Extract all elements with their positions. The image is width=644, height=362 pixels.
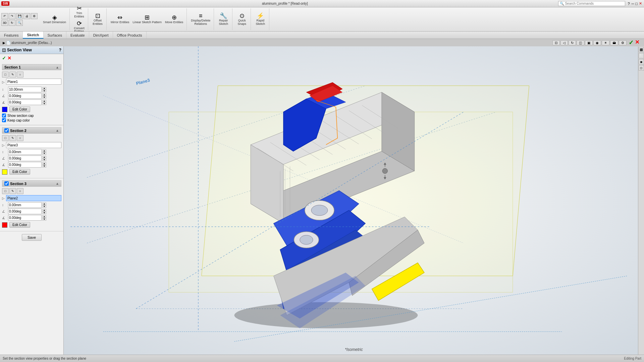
- section-2-box-btn[interactable]: □: [2, 135, 9, 141]
- section-2-pencil-btn[interactable]: ✎: [9, 135, 16, 141]
- section-2-color-swatch[interactable]: [2, 169, 7, 175]
- section-1-dist-down[interactable]: ▼: [42, 90, 46, 92]
- section-3-angle2-input[interactable]: [8, 215, 42, 221]
- 3d-btn[interactable]: 3D: [1, 20, 8, 26]
- move-entities-btn[interactable]: ⊕ Move Entities: [164, 14, 184, 25]
- rotate-view-btn[interactable]: ↻: [569, 40, 576, 45]
- appearance-btn[interactable]: ◉: [593, 40, 601, 45]
- section-2-enabled[interactable]: [4, 128, 9, 133]
- quick-snaps-btn[interactable]: ⊙ QuickSnaps: [235, 12, 249, 27]
- section-3-dist-up[interactable]: ▲: [42, 202, 46, 205]
- section-1-angle1-up[interactable]: ▲: [42, 93, 46, 96]
- show-section-cap-checkbox[interactable]: [2, 114, 6, 118]
- tab-features[interactable]: Features: [0, 32, 23, 39]
- main-canvas[interactable]: Plane3 *Isometric: [64, 46, 644, 355]
- minimize-icon[interactable]: ─: [632, 2, 634, 6]
- section-3-angle2-down[interactable]: ▼: [42, 218, 46, 221]
- redo-btn[interactable]: ↷: [9, 13, 15, 19]
- section-3-angle2-up[interactable]: ▲: [42, 215, 46, 218]
- tab-surfaces[interactable]: Surfaces: [44, 32, 66, 39]
- section-3-angle1-input[interactable]: [8, 209, 42, 214]
- section-1-angle2-up[interactable]: ▲: [42, 100, 46, 102]
- section-1-angle2-down[interactable]: ▼: [42, 102, 46, 105]
- section-2-plane-input[interactable]: [6, 142, 61, 148]
- print-btn[interactable]: 🖨: [23, 13, 30, 19]
- smart-dimension-btn[interactable]: ◈ Smart Dimension: [42, 14, 67, 25]
- right-panel-btn-1[interactable]: ⬛: [639, 47, 644, 52]
- section-1-dist-up[interactable]: ▲: [42, 87, 46, 90]
- rapid-sketch-btn[interactable]: ⚡ RapidSketch: [254, 12, 267, 27]
- section-2-angle2-up[interactable]: ▲: [42, 162, 46, 165]
- section-2-edit-color-btn[interactable]: Edit Color: [9, 169, 30, 175]
- section-3-pencil-btn[interactable]: ✎: [9, 188, 16, 194]
- tab-sketch[interactable]: Sketch: [23, 32, 43, 39]
- section-3-enabled[interactable]: [4, 181, 9, 186]
- close-icon[interactable]: ✕: [639, 1, 642, 6]
- section-2-angle1-down[interactable]: ▼: [42, 159, 46, 161]
- right-panel-btn-2[interactable]: ⬜: [639, 53, 644, 58]
- prev-view-btn[interactable]: ◁: [560, 40, 568, 45]
- repair-sketch-btn[interactable]: 🔧 RepairSketch: [217, 12, 230, 27]
- maximize-icon[interactable]: □: [635, 2, 638, 6]
- rotate-btn[interactable]: ↻: [9, 20, 15, 26]
- section-1-angle1-down[interactable]: ▼: [42, 96, 46, 99]
- section-1-header[interactable]: Section 1 ▲: [2, 64, 61, 70]
- section-2-circle-btn[interactable]: ○: [17, 135, 23, 141]
- zoom-btn[interactable]: 🔍: [16, 20, 23, 26]
- ok-button[interactable]: ✓: [2, 55, 6, 61]
- section-view-btn[interactable]: ◫: [577, 40, 584, 45]
- section-1-pencil-btn[interactable]: ✎: [9, 72, 16, 78]
- mirror-entities-btn[interactable]: ⇔ Mirror Entities: [109, 14, 131, 25]
- section-3-circle-btn[interactable]: ○: [17, 188, 23, 194]
- section-3-collapse[interactable]: ▲: [56, 182, 59, 185]
- section-1-color-swatch[interactable]: [2, 107, 7, 112]
- scene-btn[interactable]: 🏔: [610, 40, 618, 45]
- section-3-dist-down[interactable]: ▼: [42, 205, 46, 208]
- section-2-distance-input[interactable]: [8, 149, 42, 155]
- section-1-box-btn[interactable]: □: [2, 72, 9, 78]
- display-style-btn[interactable]: ▣: [585, 40, 593, 45]
- section-3-angle1-down[interactable]: ▼: [42, 212, 46, 214]
- tab-office[interactable]: Office Products: [113, 32, 147, 39]
- section-3-box-btn[interactable]: □: [2, 188, 9, 194]
- help-icon[interactable]: ?: [628, 2, 630, 6]
- options-btn[interactable]: ⚙: [31, 13, 38, 19]
- linear-sketch-btn[interactable]: ⊞ Linear Sketch Pattern: [131, 14, 163, 25]
- display-delete-btn[interactable]: ≡ Display/DeleteRelations: [190, 12, 212, 27]
- section-1-collapse[interactable]: ▲: [56, 65, 59, 69]
- section-1-circle-btn[interactable]: ○: [17, 72, 23, 78]
- section-1-distance-input[interactable]: [8, 87, 42, 92]
- search-box[interactable]: 🔍: [558, 1, 625, 6]
- section-1-plane-input[interactable]: [6, 79, 61, 85]
- section-2-dist-down[interactable]: ▼: [42, 152, 46, 155]
- section-3-color-swatch[interactable]: [2, 222, 7, 228]
- section-3-angle1-up[interactable]: ▲: [42, 209, 46, 212]
- cancel-button[interactable]: ✕: [7, 55, 11, 61]
- panel-help-icon[interactable]: ?: [59, 48, 61, 52]
- undo-btn[interactable]: ↶: [1, 13, 8, 19]
- section-2-angle2-input[interactable]: [8, 162, 42, 168]
- zoom-fit-btn[interactable]: ⊡: [552, 40, 560, 45]
- right-panel-btn-3[interactable]: ▣: [639, 59, 644, 64]
- trim-entities-btn[interactable]: ✂ TrimEntities: [72, 5, 86, 19]
- section-1-edit-color-btn[interactable]: Edit Color: [9, 106, 30, 112]
- cancel-view-icon[interactable]: ✕: [635, 39, 639, 46]
- tab-dimxpert[interactable]: DimXpert: [89, 32, 113, 39]
- section-3-header[interactable]: Section 3 ▲: [2, 180, 61, 187]
- section-2-dist-up[interactable]: ▲: [42, 149, 46, 152]
- search-input[interactable]: [565, 2, 615, 5]
- save-button[interactable]: Save: [22, 234, 42, 241]
- offset-entities-btn[interactable]: ⊡ OffsetEntities: [91, 12, 104, 27]
- section-2-angle1-up[interactable]: ▲: [42, 156, 46, 159]
- section-2-angle1-input[interactable]: [8, 155, 42, 161]
- view-settings-btn[interactable]: ⚙: [619, 40, 627, 45]
- accept-icon[interactable]: ✓: [629, 39, 634, 46]
- section-3-edit-color-btn[interactable]: Edit Color: [9, 222, 30, 228]
- lighting-btn[interactable]: ☀: [602, 40, 609, 45]
- section-3-plane-input[interactable]: [6, 195, 61, 201]
- section-3-distance-input[interactable]: [8, 202, 42, 208]
- right-panel-btn-4[interactable]: ◫: [639, 65, 644, 71]
- keep-cap-color-checkbox[interactable]: [2, 118, 6, 122]
- section-2-collapse[interactable]: ▲: [56, 129, 59, 132]
- section-1-angle1-input[interactable]: [8, 93, 42, 99]
